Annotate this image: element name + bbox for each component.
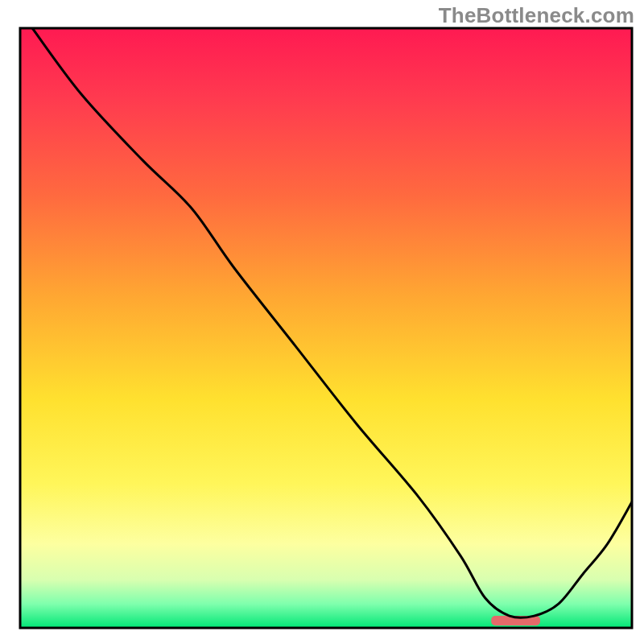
chart-container: TheBottleneck.com [0,0,644,644]
watermark-text: TheBottleneck.com [439,3,634,28]
plot-background [20,28,632,628]
bottleneck-chart [0,0,644,644]
